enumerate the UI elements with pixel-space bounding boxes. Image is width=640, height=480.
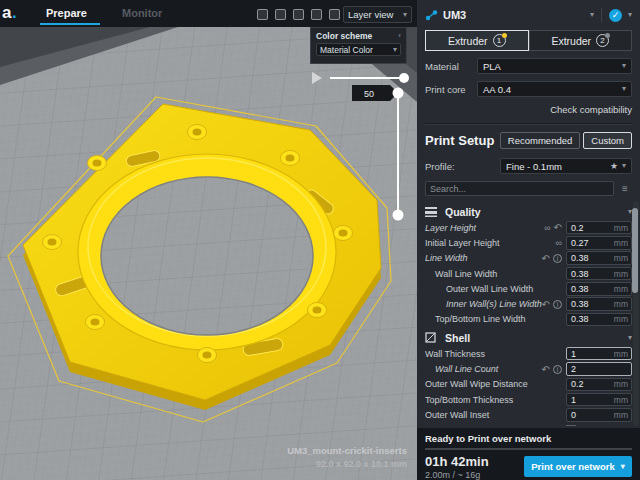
print-core-dropdown[interactable]: AA 0.4 ▾: [477, 81, 632, 97]
setting-value-field[interactable]: 1mm: [566, 393, 632, 407]
build-plate-scene: 50: [0, 27, 417, 480]
profile-dropdown[interactable]: Fine - 0.1mm ★ ▾: [500, 158, 632, 174]
material-label: Material: [425, 61, 477, 72]
chevron-down-icon: ▾: [628, 334, 632, 342]
setting-value-field[interactable]: 0.38mm: [566, 251, 632, 265]
color-scheme-dropdown[interactable]: Material Color ▾: [316, 43, 401, 56]
setting-row[interactable]: Outer Wall Wipe Distance 0.2mm: [425, 377, 632, 392]
setting-row[interactable]: Inner Wall(s) Line Width ↶i 0.38mm: [425, 296, 632, 311]
setting-row[interactable]: Wall Line Width 0.38mm: [425, 266, 632, 281]
divider: [601, 8, 602, 22]
chevron-down-icon: ▾: [621, 463, 625, 471]
print-setup-title: Print Setup: [425, 133, 500, 148]
chevron-down-icon: ▾: [622, 62, 626, 70]
revert-icon[interactable]: ↶: [554, 222, 562, 233]
outer-before-inner-walls-checkbox[interactable]: [566, 425, 576, 426]
link-icon[interactable]: ∞: [556, 238, 562, 248]
settings-scrollbar[interactable]: [633, 201, 639, 426]
scrollbar-thumb[interactable]: [632, 208, 638, 293]
connection-check-icon: ✓: [609, 9, 622, 22]
extruder-tabs: Extruder 1 Extruder 2: [425, 30, 632, 51]
view-mode-dropdown[interactable]: Layer view ▾: [343, 6, 412, 23]
job-status: Ready to Print over network: [425, 433, 632, 444]
setting-row[interactable]: Outer Before Inner Walls: [425, 423, 632, 426]
layer-value-badge: [352, 85, 398, 101]
view-tool-icon-5[interactable]: [329, 9, 340, 20]
layer-slider-top-handle[interactable]: [393, 88, 404, 99]
connection-dropdown-icon[interactable]: ▾: [628, 11, 632, 19]
printer-dropdown-icon[interactable]: ▾: [590, 11, 594, 19]
sidebar-panel: UM3 ▾ ✓ ▾ Extruder 1 Extruder 2: [417, 0, 640, 480]
link-icon[interactable]: ∞: [544, 223, 550, 233]
material-dropdown[interactable]: PLA ▾: [477, 58, 632, 74]
setting-value-field[interactable]: 2: [566, 362, 632, 376]
view-tool-icon-1[interactable]: [257, 9, 268, 20]
setting-row[interactable]: Outer Wall Line Width 0.38mm: [425, 281, 632, 296]
shell-icon: [425, 332, 439, 343]
check-compatibility-link[interactable]: Check compatibility: [425, 104, 632, 115]
setting-value-field[interactable]: 1mm: [566, 347, 632, 361]
extruder-1-tab[interactable]: Extruder 1: [425, 30, 529, 51]
cura-logo: a.: [2, 3, 17, 23]
setting-value-field[interactable]: 0.27mm: [566, 236, 632, 250]
layer-value-text: 50: [364, 89, 374, 99]
chevron-down-icon: ▾: [403, 11, 407, 19]
extruder-2-tab[interactable]: Extruder 2: [529, 30, 633, 51]
revert-icon[interactable]: ↶: [542, 299, 550, 310]
model-dimensions: 92.0 x 92.0 x 10.1 mm: [287, 459, 407, 469]
section-header-shell[interactable]: Shell ▾: [425, 329, 632, 346]
chevron-down-icon: ▾: [622, 162, 626, 170]
setting-value-field[interactable]: 0.2mm: [566, 378, 632, 392]
setting-row[interactable]: Top/Bottom Line Width 0.38mm: [425, 312, 632, 327]
quality-icon: [425, 207, 439, 217]
info-icon[interactable]: i: [553, 254, 562, 263]
setting-value-field[interactable]: 0.2mm: [566, 221, 632, 235]
setting-row[interactable]: Layer Height ∞↶ 0.2mm: [425, 220, 632, 235]
revert-icon[interactable]: ↶: [542, 364, 550, 375]
print-setup-section: Print Setup Recommended Custom Profile: …: [417, 124, 640, 196]
viewport-3d[interactable]: 50 Color scheme ‹ Material Color ▾ UM3_m…: [0, 27, 417, 480]
print-core-label: Print core: [425, 84, 477, 95]
settings-search-input[interactable]: [425, 181, 614, 196]
print-over-network-button[interactable]: Print over network ▾: [524, 456, 632, 477]
active-tab-underline: [40, 23, 100, 25]
star-icon[interactable]: ★: [610, 161, 618, 171]
setting-value-field[interactable]: 0.38mm: [566, 282, 632, 296]
view-tool-icon-3[interactable]: [293, 9, 304, 20]
material-estimate: 2.00m / ~ 16g: [425, 470, 524, 480]
print-job-footer: Ready to Print over network 01h 42min 2.…: [417, 428, 640, 480]
collapse-left-icon[interactable]: ‹: [398, 32, 401, 40]
setting-row[interactable]: Top/Bottom Thickness 1mm: [425, 392, 632, 407]
setting-value-field[interactable]: 0.38mm: [566, 313, 632, 327]
model-filename: UM3_mount-crickit-inserts: [287, 445, 407, 456]
view-tool-icon-4[interactable]: [311, 9, 322, 20]
mode-custom-button[interactable]: Custom: [583, 132, 632, 149]
setting-value-field[interactable]: 0.38mm: [566, 297, 632, 311]
chevron-down-icon: ▾: [622, 85, 626, 93]
setting-row[interactable]: Initial Layer Height ∞ 0.27mm: [425, 235, 632, 250]
setting-row[interactable]: Line Width ↶i 0.38mm: [425, 251, 632, 266]
simulation-slider-handle[interactable]: [399, 73, 409, 83]
extruder-1-material-dot: [502, 33, 507, 38]
info-icon[interactable]: i: [553, 300, 562, 309]
setting-row[interactable]: Outer Wall Inset 0mm: [425, 407, 632, 422]
mode-recommended-button[interactable]: Recommended: [500, 132, 580, 149]
layer-slider-bottom-handle[interactable]: [393, 210, 404, 221]
info-icon[interactable]: i: [553, 365, 562, 374]
extruder-2-material-dot: [605, 33, 610, 38]
view-tool-icon-2[interactable]: [275, 9, 286, 20]
model-info: UM3_mount-crickit-inserts 92.0 x 92.0 x …: [287, 445, 407, 469]
section-header-quality[interactable]: Quality ▾: [425, 203, 632, 220]
print-time-estimate: 01h 42min: [425, 454, 524, 469]
filter-icon[interactable]: ≡: [618, 183, 632, 194]
settings-list[interactable]: Quality ▾ Layer Height ∞↶ 0.2mm Initial …: [417, 201, 640, 426]
setting-row[interactable]: Wall Thickness 1mm: [425, 346, 632, 361]
printer-name: UM3: [443, 9, 590, 21]
tab-monitor[interactable]: Monitor: [122, 7, 162, 19]
tab-prepare[interactable]: Prepare: [46, 7, 87, 19]
setting-value-field[interactable]: 0.38mm: [566, 267, 632, 281]
setting-row[interactable]: Wall Line Count ↶i 2: [425, 361, 632, 376]
machine-section: UM3 ▾ ✓ ▾ Extruder 1 Extruder 2: [417, 0, 640, 124]
setting-value-field[interactable]: 0mm: [566, 408, 632, 422]
revert-icon[interactable]: ↶: [542, 253, 550, 264]
